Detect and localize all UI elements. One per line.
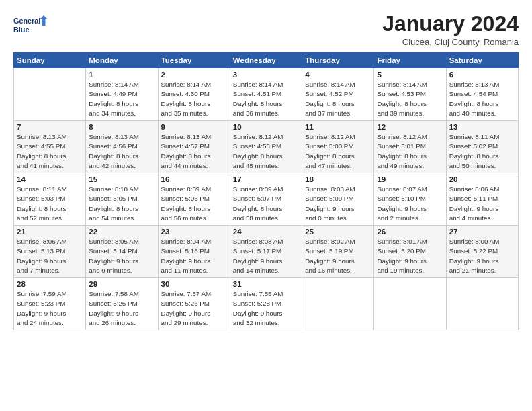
week-row-2: 7Sunrise: 8:13 AMSunset: 4:55 PMDaylight… bbox=[14, 121, 519, 173]
day-info: Sunrise: 8:05 AMSunset: 5:14 PMDaylight:… bbox=[89, 237, 154, 275]
svg-marker-2 bbox=[40, 15, 47, 26]
col-friday: Friday bbox=[374, 53, 446, 68]
day-info: Sunrise: 8:12 AMSunset: 4:58 PMDaylight:… bbox=[233, 132, 299, 171]
day-number: 6 bbox=[449, 71, 515, 79]
day-info: Sunrise: 8:12 AMSunset: 5:00 PMDaylight:… bbox=[305, 132, 371, 171]
logo: General Blue bbox=[13, 12, 47, 39]
day-number: 22 bbox=[89, 228, 154, 236]
day-info: Sunrise: 8:01 AMSunset: 5:20 PMDaylight:… bbox=[377, 237, 443, 275]
day-number: 28 bbox=[17, 280, 83, 288]
week-row-5: 28Sunrise: 7:59 AMSunset: 5:23 PMDayligh… bbox=[14, 278, 519, 330]
day-number: 11 bbox=[305, 123, 371, 131]
day-number: 18 bbox=[305, 175, 371, 183]
day-info: Sunrise: 8:13 AMSunset: 4:56 PMDaylight:… bbox=[89, 132, 154, 171]
cell-w1-d0 bbox=[14, 68, 86, 121]
day-number: 15 bbox=[89, 175, 154, 183]
cell-w1-d2: 2Sunrise: 8:14 AMSunset: 4:50 PMDaylight… bbox=[158, 68, 230, 121]
day-number: 21 bbox=[17, 228, 83, 236]
col-tuesday: Tuesday bbox=[158, 53, 230, 68]
cell-w3-d1: 15Sunrise: 8:10 AMSunset: 5:05 PMDayligh… bbox=[86, 173, 158, 226]
title-area: January 2024 Ciucea, Cluj County, Romani… bbox=[382, 12, 519, 47]
cell-w4-d3: 24Sunrise: 8:03 AMSunset: 5:17 PMDayligh… bbox=[230, 226, 302, 278]
day-info: Sunrise: 8:12 AMSunset: 5:01 PMDaylight:… bbox=[377, 132, 443, 171]
day-info: Sunrise: 8:10 AMSunset: 5:05 PMDaylight:… bbox=[89, 185, 154, 223]
day-number: 29 bbox=[89, 280, 154, 288]
day-number: 19 bbox=[377, 175, 443, 183]
cell-w2-d0: 7Sunrise: 8:13 AMSunset: 4:55 PMDaylight… bbox=[14, 121, 86, 173]
col-thursday: Thursday bbox=[302, 53, 374, 68]
col-sunday: Sunday bbox=[14, 53, 86, 68]
col-saturday: Saturday bbox=[446, 53, 518, 68]
cell-w5-d2: 30Sunrise: 7:57 AMSunset: 5:26 PMDayligh… bbox=[158, 278, 230, 330]
day-number: 7 bbox=[17, 123, 83, 131]
cell-w4-d6: 27Sunrise: 8:00 AMSunset: 5:22 PMDayligh… bbox=[446, 226, 518, 278]
cell-w4-d2: 23Sunrise: 8:04 AMSunset: 5:16 PMDayligh… bbox=[158, 226, 230, 278]
day-number: 30 bbox=[161, 280, 227, 288]
day-number: 14 bbox=[17, 175, 83, 183]
cell-w4-d1: 22Sunrise: 8:05 AMSunset: 5:14 PMDayligh… bbox=[86, 226, 158, 278]
calendar-page: General Blue January 2024 Ciucea, Cluj C… bbox=[0, 0, 532, 411]
cell-w1-d6: 6Sunrise: 8:13 AMSunset: 4:54 PMDaylight… bbox=[446, 68, 518, 121]
cell-w2-d2: 9Sunrise: 8:13 AMSunset: 4:57 PMDaylight… bbox=[158, 121, 230, 173]
cell-w5-d0: 28Sunrise: 7:59 AMSunset: 5:23 PMDayligh… bbox=[14, 278, 86, 330]
day-number: 5 bbox=[377, 71, 443, 79]
cell-w3-d3: 17Sunrise: 8:09 AMSunset: 5:07 PMDayligh… bbox=[230, 173, 302, 226]
cell-w5-d1: 29Sunrise: 7:58 AMSunset: 5:25 PMDayligh… bbox=[86, 278, 158, 330]
calendar-table: Sunday Monday Tuesday Wednesday Thursday… bbox=[13, 52, 519, 330]
calendar-body: 1Sunrise: 8:14 AMSunset: 4:49 PMDaylight… bbox=[14, 68, 519, 330]
cell-w5-d4 bbox=[302, 278, 374, 330]
day-number: 17 bbox=[233, 175, 299, 183]
day-info: Sunrise: 8:09 AMSunset: 5:06 PMDaylight:… bbox=[161, 185, 227, 223]
day-info: Sunrise: 8:03 AMSunset: 5:17 PMDaylight:… bbox=[233, 237, 299, 275]
header: General Blue January 2024 Ciucea, Cluj C… bbox=[13, 12, 519, 47]
day-info: Sunrise: 7:58 AMSunset: 5:25 PMDaylight:… bbox=[89, 289, 154, 328]
day-number: 3 bbox=[233, 71, 299, 79]
calendar-header: Sunday Monday Tuesday Wednesday Thursday… bbox=[14, 53, 519, 68]
day-number: 4 bbox=[305, 71, 371, 79]
day-info: Sunrise: 8:13 AMSunset: 4:55 PMDaylight:… bbox=[17, 132, 83, 171]
day-number: 25 bbox=[305, 228, 371, 236]
week-row-3: 14Sunrise: 8:11 AMSunset: 5:03 PMDayligh… bbox=[14, 173, 519, 226]
cell-w3-d2: 16Sunrise: 8:09 AMSunset: 5:06 PMDayligh… bbox=[158, 173, 230, 226]
day-info: Sunrise: 8:04 AMSunset: 5:16 PMDaylight:… bbox=[161, 237, 227, 275]
cell-w2-d5: 12Sunrise: 8:12 AMSunset: 5:01 PMDayligh… bbox=[374, 121, 446, 173]
day-number: 24 bbox=[233, 228, 299, 236]
cell-w3-d5: 19Sunrise: 8:07 AMSunset: 5:10 PMDayligh… bbox=[374, 173, 446, 226]
week-row-1: 1Sunrise: 8:14 AMSunset: 4:49 PMDaylight… bbox=[14, 68, 519, 121]
svg-text:General: General bbox=[13, 17, 40, 25]
day-info: Sunrise: 7:57 AMSunset: 5:26 PMDaylight:… bbox=[161, 289, 227, 328]
cell-w3-d6: 20Sunrise: 8:06 AMSunset: 5:11 PMDayligh… bbox=[446, 173, 518, 226]
cell-w2-d4: 11Sunrise: 8:12 AMSunset: 5:00 PMDayligh… bbox=[302, 121, 374, 173]
day-number: 8 bbox=[89, 123, 154, 131]
day-number: 1 bbox=[89, 71, 154, 79]
day-info: Sunrise: 7:59 AMSunset: 5:23 PMDaylight:… bbox=[17, 289, 83, 328]
cell-w1-d3: 3Sunrise: 8:14 AMSunset: 4:51 PMDaylight… bbox=[230, 68, 302, 121]
day-info: Sunrise: 8:13 AMSunset: 4:54 PMDaylight:… bbox=[449, 80, 515, 118]
col-wednesday: Wednesday bbox=[230, 53, 302, 68]
day-info: Sunrise: 8:14 AMSunset: 4:53 PMDaylight:… bbox=[377, 80, 443, 118]
day-number: 31 bbox=[233, 280, 299, 288]
day-info: Sunrise: 8:14 AMSunset: 4:51 PMDaylight:… bbox=[233, 80, 299, 118]
weekday-row: Sunday Monday Tuesday Wednesday Thursday… bbox=[14, 53, 519, 68]
cell-w2-d1: 8Sunrise: 8:13 AMSunset: 4:56 PMDaylight… bbox=[86, 121, 158, 173]
day-number: 26 bbox=[377, 228, 443, 236]
cell-w1-d4: 4Sunrise: 8:14 AMSunset: 4:52 PMDaylight… bbox=[302, 68, 374, 121]
cell-w5-d3: 31Sunrise: 7:55 AMSunset: 5:28 PMDayligh… bbox=[230, 278, 302, 330]
day-info: Sunrise: 8:08 AMSunset: 5:09 PMDaylight:… bbox=[305, 185, 371, 223]
cell-w1-d5: 5Sunrise: 8:14 AMSunset: 4:53 PMDaylight… bbox=[374, 68, 446, 121]
cell-w1-d1: 1Sunrise: 8:14 AMSunset: 4:49 PMDaylight… bbox=[86, 68, 158, 121]
day-number: 2 bbox=[161, 71, 227, 79]
week-row-4: 21Sunrise: 8:06 AMSunset: 5:13 PMDayligh… bbox=[14, 226, 519, 278]
day-number: 16 bbox=[161, 175, 227, 183]
day-number: 23 bbox=[161, 228, 227, 236]
day-number: 10 bbox=[233, 123, 299, 131]
cell-w5-d6 bbox=[446, 278, 518, 330]
day-info: Sunrise: 8:00 AMSunset: 5:22 PMDaylight:… bbox=[449, 237, 515, 275]
day-info: Sunrise: 8:11 AMSunset: 5:03 PMDaylight:… bbox=[17, 185, 83, 223]
day-info: Sunrise: 8:11 AMSunset: 5:02 PMDaylight:… bbox=[449, 132, 515, 171]
cell-w5-d5 bbox=[374, 278, 446, 330]
cell-w2-d3: 10Sunrise: 8:12 AMSunset: 4:58 PMDayligh… bbox=[230, 121, 302, 173]
day-info: Sunrise: 8:14 AMSunset: 4:50 PMDaylight:… bbox=[161, 80, 227, 118]
cell-w4-d0: 21Sunrise: 8:06 AMSunset: 5:13 PMDayligh… bbox=[14, 226, 86, 278]
day-info: Sunrise: 8:13 AMSunset: 4:57 PMDaylight:… bbox=[161, 132, 227, 171]
